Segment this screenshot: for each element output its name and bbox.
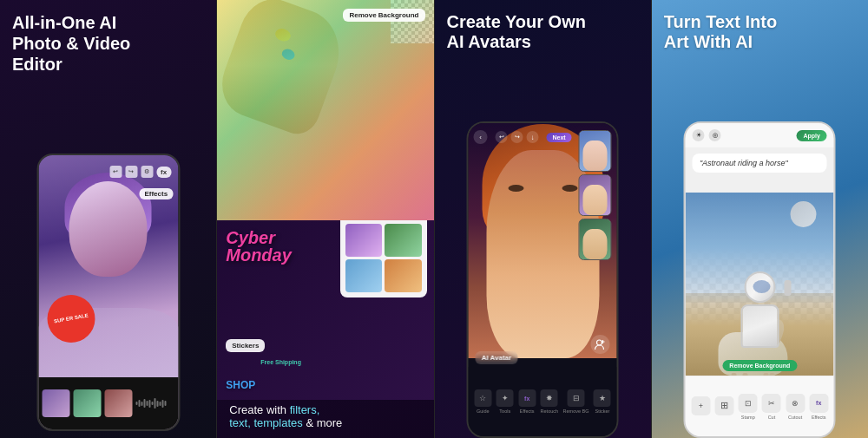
panel-4-phone-area: ☀ ◎ Apply "Astronaut riding a horse": [652, 57, 868, 438]
panel-1-phone-mockup: ↩ ↪ ⚙ fx Effects SUP ER SALE: [36, 154, 180, 431]
panel-3-phone: ‹ ↩ ↪ ↓ Next AI Avatar: [467, 121, 619, 438]
top-icons: ☀ ◎: [693, 129, 721, 141]
download-icon[interactable]: ↓: [527, 131, 539, 143]
tool-effects-label: Effects: [520, 409, 535, 414]
astronaut-body: [740, 304, 779, 348]
next-button[interactable]: Next: [546, 133, 571, 142]
ai-avatar-label: AI Avatar: [476, 351, 518, 364]
apply-button[interactable]: Apply: [796, 130, 826, 141]
template-thumb-1[interactable]: [345, 224, 383, 257]
tool-stamp[interactable]: ⊡ Stamp: [739, 394, 758, 420]
panel-4-toolbar: + ⊞ ⊡ Stamp ✂ Cut ⊗ Cutout: [686, 376, 834, 436]
panel-2-bottom: CyberMonday SHOP Free Shipping SUPERSALE…: [217, 220, 433, 400]
redo-icon[interactable]: ↪: [511, 131, 523, 143]
add-avatar-icon[interactable]: [591, 335, 610, 354]
tool-tools[interactable]: ✦ Tools: [496, 389, 514, 414]
panel-3-toolbar: ☆ Guide ✦ Tools fx Effects ✸ Retouch ⊟: [469, 367, 617, 436]
stamp-label: Stamp: [741, 415, 755, 420]
panel-1-phone-area: ↩ ↪ ⚙ fx Effects SUP ER SALE: [7, 82, 209, 431]
cut-label: Cut: [768, 415, 776, 420]
small-photo-1[interactable]: [579, 130, 612, 172]
prompt-text: "Astronaut riding a horse": [700, 159, 820, 167]
panel-2-main: Remove Background CyberMonday SHOP Free …: [217, 0, 433, 400]
tool-effects[interactable]: fx Effects: [518, 389, 536, 414]
waveform: [135, 395, 174, 412]
shipping-label: Free Shipping: [260, 359, 301, 365]
backpack: [784, 280, 791, 296]
wave-bar: [138, 400, 140, 407]
template-thumb-3[interactable]: [345, 259, 383, 292]
sticker-icon: ★: [594, 389, 611, 407]
astronaut: [733, 271, 786, 350]
color-bg: [217, 0, 433, 232]
tool-tools-label: Tools: [499, 409, 510, 414]
panel-1-face: [69, 181, 147, 277]
tool-removebg[interactable]: ⊟ Remove BG: [563, 389, 589, 414]
eye-left: [508, 185, 523, 192]
effects-icon-4: fx: [809, 394, 828, 413]
small-photo-3[interactable]: [579, 219, 612, 260]
tools-icon: ✦: [496, 389, 514, 407]
shop-text: SHOP: [226, 379, 255, 391]
panel-3-phone-area: ‹ ↩ ↪ ↓ Next AI Avatar: [435, 57, 651, 438]
tool-cut[interactable]: ✂ Cut: [762, 394, 781, 420]
thumbnail-1[interactable]: [42, 389, 69, 417]
panel-4-image-area: [686, 193, 834, 376]
sun-icon[interactable]: ☀: [693, 129, 705, 141]
panel-4: Turn Text Into Art With AI ☀ ◎ Apply "As…: [652, 0, 868, 438]
tool-guide[interactable]: ☆ Guide: [474, 389, 491, 414]
wave-bar: [161, 400, 163, 408]
thumbnail-3[interactable]: [104, 389, 132, 417]
effects-label-4: Effects: [812, 415, 826, 420]
tool-grid[interactable]: ⊞: [715, 396, 734, 417]
tool-cutout[interactable]: ⊗ Cutout: [786, 394, 805, 420]
wave-bar: [141, 402, 142, 406]
wave-bar: [159, 402, 161, 406]
tool-retouch-label: Retouch: [541, 409, 559, 414]
stickers-label[interactable]: Stickers: [226, 339, 265, 352]
panel-1-toolbar: ↩ ↪ ⚙ fx: [109, 166, 171, 178]
panel-1-bottom-strip: [38, 377, 178, 429]
wave-bar: [148, 400, 150, 408]
undo-icon[interactable]: ↩: [496, 131, 508, 143]
svg-point-0: [597, 340, 602, 345]
fx-button[interactable]: fx: [156, 167, 171, 178]
tool-retouch[interactable]: ✸ Retouch: [541, 389, 559, 414]
cyber-monday-text: CyberMonday: [226, 229, 292, 264]
undo-icon[interactable]: ↩: [109, 166, 122, 178]
wave-bar: [146, 401, 148, 406]
template-thumb-4[interactable]: [385, 259, 422, 292]
redo-icon[interactable]: ↪: [125, 166, 137, 178]
panel-2: Remove Background CyberMonday SHOP Free …: [217, 0, 433, 438]
templates-grid: [345, 224, 422, 292]
panel-2-hand-photo: Remove Background: [217, 0, 433, 232]
moon-icon[interactable]: ◎: [709, 129, 721, 141]
tool-effects-4[interactable]: fx Effects: [809, 394, 828, 420]
tool-removebg-label: Remove BG: [563, 409, 589, 414]
template-thumb-2[interactable]: [385, 224, 422, 257]
small-photo-2[interactable]: [579, 174, 612, 216]
retouch-icon: ✸: [541, 389, 558, 407]
wave-bar: [151, 402, 153, 405]
prompt-box[interactable]: "Astronaut riding a horse": [693, 154, 827, 173]
tool-sticker[interactable]: ★ Sticker: [594, 389, 611, 414]
settings-icon[interactable]: ⚙: [141, 166, 153, 178]
wave-bar: [156, 401, 158, 407]
astronaut-visor: [753, 280, 770, 293]
tool-add[interactable]: +: [691, 396, 710, 417]
effects-label[interactable]: Effects: [139, 188, 173, 199]
small-photos: [579, 130, 612, 260]
tool-guide-label: Guide: [477, 409, 490, 414]
panel-1: All-in-One AI Photo & Video Editor ↩ ↪ ⚙…: [0, 0, 216, 438]
panel-4-top-bar: ☀ ◎ Apply: [686, 123, 834, 147]
cutout-label: Cutout: [788, 415, 802, 420]
stamp-icon: ⊡: [739, 394, 758, 413]
remove-bg-label-4[interactable]: Remove Background: [722, 360, 797, 371]
remove-bg-label[interactable]: Remove Background: [343, 9, 424, 22]
wave-bar: [143, 399, 145, 408]
guide-icon: ☆: [474, 389, 491, 407]
panel-3: Create Your Own AI Avatars: [435, 0, 651, 438]
panel-4-phone: ☀ ◎ Apply "Astronaut riding a horse": [684, 121, 836, 438]
back-button[interactable]: ‹: [474, 130, 488, 144]
thumbnail-2[interactable]: [73, 389, 101, 417]
